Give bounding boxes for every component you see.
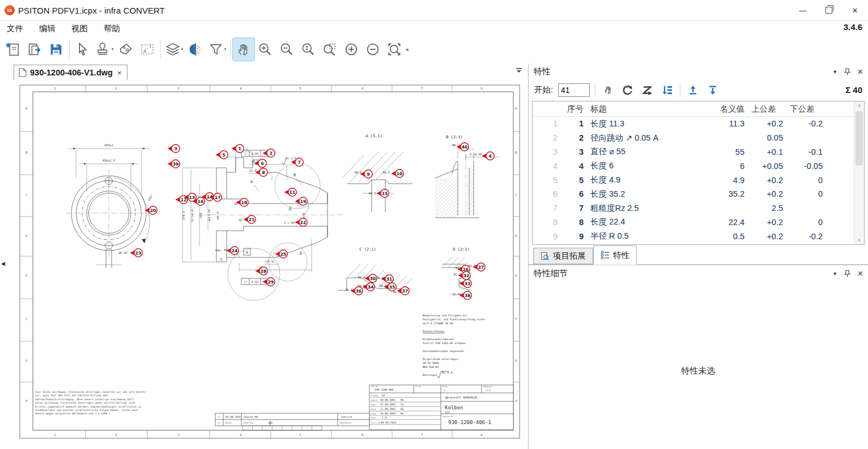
save-icon[interactable] (45, 38, 67, 61)
drawing-label: 2 x 45° (284, 221, 296, 224)
svg-text:10: 10 (397, 171, 402, 176)
menu-file[interactable]: 文件 (7, 23, 23, 34)
drawing-label: C (515, 193, 517, 197)
select-icon[interactable] (72, 38, 93, 61)
tag-icon[interactable] (115, 38, 137, 61)
minus-circle-icon[interactable] (362, 38, 384, 61)
zoom-in-icon[interactable] (254, 38, 276, 61)
drawing-label: B (246, 251, 248, 254)
mirror-icon[interactable] (185, 38, 206, 61)
table-row[interactable]: 22径向跳动 ↗ 0.05 A0.05 (533, 131, 864, 145)
toolbar-more-icon[interactable]: ◂ (406, 46, 409, 52)
col-header-lower[interactable]: 下公差 (786, 104, 826, 115)
drawing-label: EDV-Nr (371, 386, 378, 388)
tab-project-label: 项目拓展 (553, 251, 586, 261)
menu-view[interactable]: 视图 (71, 23, 88, 34)
drawing-label: 89-45/7841 (381, 421, 397, 424)
drawing-label: Me (401, 412, 404, 415)
new-icon[interactable]: ✱ (2, 38, 24, 61)
empty-selection-text: 特性未选 (682, 366, 716, 449)
drawing-label: M36x1.5 (103, 159, 115, 162)
zoom-updown-icon[interactable] (297, 38, 319, 61)
project-search-icon (541, 252, 550, 261)
svg-text:34: 34 (368, 285, 373, 290)
minimize-button[interactable]: — (790, 0, 816, 20)
panel-menu-icon[interactable]: ▼ (832, 69, 837, 75)
drawing-label: A2 (382, 394, 385, 397)
table-row[interactable]: 55长度 4.94.9+0.20 (533, 173, 864, 187)
move-top-icon[interactable] (686, 83, 700, 98)
table-cell: +0.2 (748, 119, 786, 128)
zoom-fit-icon[interactable] (384, 38, 405, 61)
menu-help[interactable]: 帮助 (104, 23, 120, 34)
menu-edit[interactable]: 编辑 (39, 23, 56, 34)
svg-text:32: 32 (463, 273, 469, 278)
table-row[interactable]: 33直径 ⌀ 5555+0.1-0.1 (533, 145, 864, 159)
scroll-down-icon[interactable]: ∨ (854, 236, 864, 244)
tab-list-icon[interactable] (516, 67, 522, 74)
region-icon[interactable]: A1 (137, 38, 158, 61)
table-cell: -0.2 (786, 232, 826, 241)
table-cell: 0.5 (692, 232, 748, 241)
pick-hand-icon[interactable] (601, 83, 615, 98)
drawing-label: ⌀78.5 (182, 211, 185, 220)
details-panel: 特性细节 ▼ ✕ 特性未选 (529, 265, 868, 449)
document-tab[interactable]: 930-1200-406-V1.dwg × (14, 65, 127, 80)
drawing-label: 0.05 (252, 152, 259, 155)
pan-icon[interactable] (233, 38, 254, 61)
sort-list-icon[interactable] (660, 83, 675, 98)
close-button[interactable]: ✕ (842, 0, 868, 20)
drawing-label: Bearb (371, 399, 377, 401)
col-header-upper[interactable]: 上公差 (748, 104, 786, 115)
table-row[interactable]: 77粗糙度Rz 2.52.5 (533, 201, 864, 215)
table-cell: 55 (692, 147, 748, 156)
pin-icon[interactable] (844, 68, 850, 75)
table-row[interactable]: 99半径 R 0.50.5+0.2-0.2 (533, 229, 864, 243)
table-row[interactable]: 44长度 66+0.05-0.05 (533, 159, 864, 173)
table-cell: 0 (786, 218, 826, 227)
panel-close-icon[interactable]: ✕ (857, 67, 863, 76)
table-cell: 5 (561, 176, 587, 185)
drawing-label: Me (401, 399, 404, 401)
tab-properties[interactable]: 特性 (593, 245, 637, 265)
stamp-icon[interactable]: ▾ (93, 38, 115, 61)
drawing-label: Bemusterung und Freigabe mit (423, 314, 467, 317)
splitter-collapse-icon[interactable]: ◀ (1, 261, 5, 266)
tab-project-expand[interactable]: 项目拓展 (533, 248, 593, 264)
restore-button[interactable] (816, 0, 842, 20)
drawing-label: Schadenersatz und koennen strafrechtlich… (35, 409, 138, 412)
filter-icon[interactable]: ▾ (206, 38, 228, 61)
drawing-label: C (25, 193, 27, 197)
table-row[interactable]: 88长度 22.422.4+0.20 (533, 215, 864, 230)
layers-icon[interactable]: ▾ (163, 38, 185, 61)
table-cell: 长度 6 (587, 160, 692, 171)
drawing-canvas[interactable]: 930-1200-406-V1.dwg × ◀ (0, 63, 529, 449)
rotate-icon[interactable] (620, 83, 635, 98)
scroll-up-icon[interactable]: ∧ (854, 101, 864, 110)
properties-table: 序号 标题 名义值 上公差 下公差 11长度 11.311.3+0.2-0.22… (532, 101, 865, 245)
col-header-seq[interactable]: 序号 (561, 104, 587, 115)
zoom-window-icon[interactable] (319, 38, 341, 61)
move-bottom-icon[interactable] (705, 83, 720, 98)
table-scrollbar[interactable]: ∧ ∨ (854, 101, 864, 244)
table-row[interactable]: 11长度 11.311.3+0.2-0.2 (533, 117, 864, 131)
drawing-label: G (515, 359, 517, 362)
table-cell: 5 (533, 176, 561, 185)
tab-close-icon[interactable]: × (117, 69, 122, 77)
col-header-title[interactable]: 标题 (587, 104, 692, 115)
open-icon[interactable] (24, 38, 45, 61)
drawing-label: // (244, 280, 247, 283)
table-cell: 6 (692, 162, 748, 171)
table-row[interactable]: 66长度 35.235.2+0.20 (533, 187, 864, 201)
zoom-out-icon[interactable] (276, 38, 297, 61)
col-header-nominal[interactable]: 名义值 (692, 104, 748, 115)
start-number-input[interactable] (558, 83, 590, 97)
drawing-label: i.O. (382, 416, 388, 419)
panel-close-icon[interactable]: ✕ (857, 269, 863, 278)
svg-text:38: 38 (465, 293, 470, 298)
zigzag-order-icon[interactable] (640, 83, 655, 98)
panel-menu-icon[interactable]: ▼ (832, 271, 837, 277)
plus-circle-icon[interactable] (341, 38, 362, 61)
scrollbar-thumb[interactable] (856, 111, 863, 166)
pin-icon[interactable] (844, 270, 850, 277)
